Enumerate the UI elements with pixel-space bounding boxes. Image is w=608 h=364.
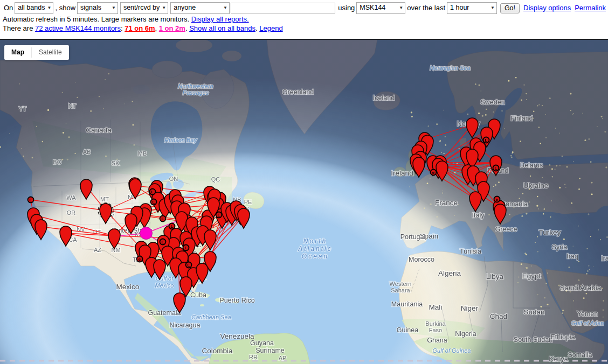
city-light-dot: [598, 229, 599, 230]
city-light-dot: [542, 177, 543, 178]
city-light-dot: [531, 265, 532, 267]
report-marker[interactable]: e: [137, 256, 143, 262]
city-light-dot: [510, 155, 512, 157]
display-options-link[interactable]: Display options: [523, 4, 571, 12]
city-light-dot: [590, 161, 591, 162]
map-type-map-button[interactable]: Map: [4, 45, 31, 60]
map-label: North: [303, 237, 327, 245]
city-light-dot: [526, 99, 527, 100]
monitors-text: There are: [3, 24, 35, 32]
map-label: Ireland: [391, 169, 413, 177]
city-light-dot: [589, 138, 590, 140]
bands-select[interactable]: all bands▼: [15, 2, 53, 14]
map-label: Faso: [429, 327, 442, 333]
city-light-dot: [537, 105, 538, 106]
city-light-dot: [520, 141, 521, 142]
city-light-dot: [588, 270, 589, 271]
refresh-text: Automatic refresh in 5 minutes. Large ma…: [3, 15, 191, 23]
permalink-link[interactable]: Permalink: [575, 4, 606, 12]
city-light-dot: [441, 152, 442, 153]
city-light-dot: [538, 127, 540, 128]
callsign-input[interactable]: [231, 3, 335, 13]
city-light-dot: [529, 201, 530, 202]
monitors-6m-link[interactable]: 71 on 6m: [125, 24, 155, 32]
monitor-marker-2m[interactable]: [140, 227, 153, 240]
display-all-reports-link[interactable]: Display all reports.: [191, 15, 249, 23]
chevron-down-icon: ▼: [47, 5, 52, 11]
go-button[interactable]: Go!: [500, 3, 520, 13]
map-label: Mauritania: [391, 300, 423, 308]
show-all-bands-link[interactable]: Show all on all bands: [189, 24, 255, 32]
map-label: Greenland: [282, 88, 314, 96]
map-label: Canada: [86, 126, 112, 134]
pskreporter-page: { "header": { "on_label": "On", "bands_s…: [0, 0, 608, 364]
map-label: South Sudan: [514, 336, 552, 344]
city-light-dot: [485, 114, 487, 116]
city-light-dot: [537, 196, 538, 198]
city-light-dot: [526, 267, 528, 269]
report-marker[interactable]: L: [150, 189, 156, 195]
signals-select[interactable]: signals▼: [77, 2, 118, 14]
city-light-dot: [562, 310, 564, 311]
period-select[interactable]: 1 hour▼: [447, 2, 497, 14]
status-line: Automatic refresh in 5 minutes. Large ma…: [2, 15, 606, 24]
city-light-dot: [570, 110, 571, 111]
city-light-dot: [537, 295, 538, 296]
legend-link[interactable]: Legend: [259, 24, 282, 32]
report-marker[interactable]: L: [160, 216, 166, 222]
city-light-dot: [540, 306, 542, 307]
map-label: Sudan: [523, 308, 544, 316]
city-light-dot: [444, 153, 445, 154]
map-label: Caribbean Sea: [191, 314, 231, 320]
map-label: WA: [66, 194, 76, 201]
active-monitors-link[interactable]: 72 active MSK144 monitors: [35, 24, 121, 32]
map-label: Mexico: [155, 282, 174, 289]
map-label: Ghana: [427, 337, 447, 344]
map-label: Norwegian Sea: [430, 65, 470, 71]
report-marker[interactable]: L: [216, 212, 222, 218]
city-light-dot: [538, 104, 540, 106]
report-marker[interactable]: e: [494, 197, 500, 202]
chevron-down-icon: ▼: [490, 5, 495, 11]
city-light-dot: [551, 200, 552, 201]
city-light-dot: [486, 109, 487, 110]
city-light-dot: [66, 123, 66, 124]
city-light-dot: [445, 136, 446, 137]
monitors-2m-link[interactable]: 1 on 2m: [159, 24, 185, 32]
city-light-dot: [603, 310, 604, 311]
map-label: Gulf of Aden: [571, 320, 604, 326]
city-light-dot: [125, 103, 125, 104]
report-marker[interactable]: L: [483, 137, 489, 143]
world-map[interactable]: NorthwesternPassagesHudson BayNorwegian …: [0, 40, 608, 364]
report-marker[interactable]: e: [431, 170, 437, 176]
map-label: NT: [68, 103, 77, 109]
report-marker[interactable]: L: [493, 165, 499, 171]
mode-select[interactable]: MSK144▼: [356, 2, 405, 14]
map-label: Algeria: [438, 269, 461, 277]
map-label: Passages: [183, 89, 209, 96]
anyone-select[interactable]: anyone▼: [170, 2, 230, 14]
map-label: Iraq: [566, 253, 578, 260]
city-light-dot: [586, 273, 588, 275]
city-light-dot: [68, 136, 70, 138]
map-viewport[interactable]: NorthwesternPassagesHudson BayNorwegian …: [0, 39, 608, 364]
sentrcvd-select[interactable]: sent/rcvd by▼: [120, 2, 168, 14]
city-light-dot: [19, 83, 20, 85]
report-marker[interactable]: L: [151, 199, 157, 205]
city-light-dot: [523, 85, 524, 86]
query-controls-row: On all bands▼ , show signals▼ sent/rcvd …: [2, 2, 606, 15]
marker-glyph: L: [30, 198, 32, 202]
city-light-dot: [601, 116, 603, 117]
report-marker[interactable]: L: [186, 262, 192, 268]
report-marker[interactable]: L: [160, 239, 166, 245]
report-marker[interactable]: L: [169, 223, 175, 229]
city-light-dot: [540, 143, 541, 144]
map-label: France: [435, 199, 458, 207]
map-type-control: Map Satellite: [4, 45, 69, 60]
map-type-satellite-button[interactable]: Satellite: [32, 45, 69, 60]
marker-glyph: e: [496, 197, 499, 202]
report-marker[interactable]: L: [28, 197, 34, 203]
report-marker[interactable]: L: [183, 245, 189, 251]
city-light-dot: [481, 90, 481, 91]
city-light-dot: [459, 148, 460, 149]
